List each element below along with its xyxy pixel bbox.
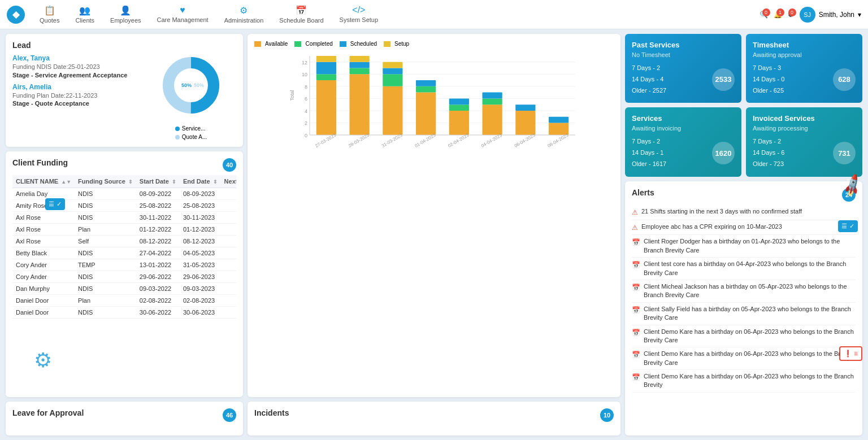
svc-row-3: Older - 1617 xyxy=(632,159,666,170)
table-row[interactable]: Betty Black NDIS 27-04-2022 04-05-2023 3… xyxy=(12,247,236,259)
leave-title: Leave for Approval xyxy=(12,408,84,417)
incidents-card: Incidents 10 xyxy=(248,402,620,435)
cell-source: Plan xyxy=(75,224,136,236)
exclamation-icon: ❗ xyxy=(844,350,852,358)
past-services-rows: 7 Days - 2 14 Days - 4 Older - 2527 xyxy=(632,63,666,96)
alert-icon: 📅 xyxy=(632,350,640,367)
nav-schedule-board[interactable]: 📅 Schedule Board xyxy=(274,3,329,26)
table-row[interactable]: Axl Rose Self 08-12-2022 08-12-2023 250 … xyxy=(12,236,236,247)
nav-clients[interactable]: 👥 Clients xyxy=(70,3,100,26)
ts-row-2: 14 Days - 0 xyxy=(753,74,784,85)
alerts-list: ⚠ 21 Shifts starting in the next 3 days … xyxy=(632,205,856,429)
table-row[interactable]: Dan Murphy NDIS 09-03-2022 09-03-2023 -2… xyxy=(12,283,236,295)
sort-icon-source: ⇕ xyxy=(128,179,133,185)
nav-system-setup[interactable]: </> System Setup xyxy=(334,3,384,26)
table-row[interactable]: Axl Rose Plan 01-12-2022 01-12-2023 243 … xyxy=(12,224,236,236)
sort-icon-name: ▲▼ xyxy=(61,179,71,185)
right-column: Past Services No Timesheet 7 Days - 2 14… xyxy=(625,34,862,435)
invoiced-count: 731 xyxy=(833,142,856,164)
past-services-count: 2533 xyxy=(712,68,735,91)
funding-title: Client Funding xyxy=(12,158,68,167)
user-name: Smith, John xyxy=(819,11,854,19)
svg-text:6: 6 xyxy=(305,96,307,102)
services-grid: Past Services No Timesheet 7 Days - 2 14… xyxy=(625,34,862,177)
svg-rect-47 xyxy=(515,111,535,135)
invoiced-services-card: Invoiced Services Awaiting processing 7 … xyxy=(746,107,862,176)
lead-name-1[interactable]: Alex, Tanya xyxy=(12,54,139,62)
notifications-button[interactable]: 🔔1 xyxy=(774,11,782,19)
cell-source: NDIS xyxy=(75,188,136,200)
admin-icon: ⚙ xyxy=(240,5,248,16)
alerts-title: Alerts xyxy=(632,188,654,197)
svg-rect-33 xyxy=(383,62,402,68)
alert-text: Client Roger Dodger has a birthday on 01… xyxy=(644,237,856,255)
cell-start: 09-03-2022 xyxy=(136,283,180,295)
services-card: Services Awaiting invoicing 7 Days - 2 1… xyxy=(625,107,741,176)
ps-row-3: Older - 2527 xyxy=(632,85,666,97)
alert-icon: ⚠ xyxy=(632,208,638,217)
bar-color-scheduled xyxy=(340,41,346,47)
nav-employees[interactable]: 👤 Employees xyxy=(105,3,146,26)
services-rows: 7 Days - 2 14 Days - 1 Older - 1617 xyxy=(632,136,666,169)
alert-widget[interactable]: ❗ ≡ xyxy=(839,346,862,361)
app-logo[interactable]: ◆ xyxy=(7,6,25,24)
bar-legend: Available Completed Scheduled Setup xyxy=(254,41,614,47)
cell-end: 08-12-2023 xyxy=(180,236,221,247)
table-row[interactable]: Axl Rose NDIS 30-11-2022 30-11-2023 242 … xyxy=(12,212,236,224)
checklist-widget-2[interactable]: ☰ ✓ xyxy=(838,220,858,232)
settings-button[interactable]: ⚙0 xyxy=(788,11,794,19)
services-count: 1620 xyxy=(712,142,735,164)
past-services-inner: 7 Days - 2 14 Days - 4 Older - 2527 2533 xyxy=(632,63,735,96)
cell-source: TEMP xyxy=(75,259,136,271)
cell-end: 04-05-2023 xyxy=(180,247,221,259)
alert-text: Client test core has a birthday on 04-Ap… xyxy=(644,260,856,277)
cell-start: 02-08-2022 xyxy=(136,295,180,307)
user-menu[interactable]: SJ Smith, John ▾ xyxy=(800,7,861,23)
svg-rect-48 xyxy=(515,104,535,111)
alert-icon: 📅 xyxy=(632,306,640,323)
table-row[interactable]: Cory Ander TEMP 13-01-2022 31-05-2023 59… xyxy=(12,259,236,271)
ts-row-3: Older - 625 xyxy=(753,85,784,97)
incidents-count-badge: 10 xyxy=(600,408,614,422)
cell-name: Cory Ander xyxy=(12,259,75,271)
cell-source: NDIS xyxy=(75,200,136,212)
bar-label-scheduled: Scheduled xyxy=(350,41,377,47)
cell-name: Amity Rose xyxy=(12,200,75,212)
col-next-review[interactable]: Next Review ⇕ xyxy=(221,175,236,188)
sort-icon-start: ⇕ xyxy=(172,179,176,185)
invoiced-subtitle: Awaiting processing xyxy=(753,125,856,132)
cell-review xyxy=(221,188,236,200)
gear-icon: ⚙ xyxy=(34,348,52,372)
bar-legend-scheduled: Scheduled xyxy=(340,41,377,47)
nav-administration[interactable]: ⚙ Administration xyxy=(219,3,270,26)
nav-employees-label: Employees xyxy=(110,17,141,24)
bar-chart-area: 024681012Total27-03-202328-03-202331-03-… xyxy=(254,50,614,163)
timesheet-rows: 7 Days - 3 14 Days - 0 Older - 625 xyxy=(753,63,784,96)
col-start-date[interactable]: Start Date ⇕ xyxy=(136,175,180,188)
nav-care-management[interactable]: ♥ Care Management xyxy=(151,3,214,26)
incidents-title: Incidents xyxy=(254,408,289,417)
table-row[interactable]: Daniel Door NDIS 30-06-2022 30-06-2023 8… xyxy=(12,307,236,319)
cell-name: Dan Murphy xyxy=(12,283,75,295)
alert-item: ⚠ Employee abc has a CPR expiring on 10-… xyxy=(632,220,856,236)
alert-text: Client Demo Kare has a birthday on 06-Ap… xyxy=(644,350,856,367)
nav-quotes[interactable]: 📋 Quotes xyxy=(34,3,65,26)
checklist-widget-1[interactable]: ☰ ✓ xyxy=(45,198,65,210)
cell-start: 13-01-2022 xyxy=(136,259,180,271)
quotes-icon: 📋 xyxy=(44,5,55,16)
table-row[interactable]: Cory Ander NDIS 29-06-2022 29-06-2023 88… xyxy=(12,271,236,283)
table-row[interactable]: Daniel Door Plan 02-08-2022 02-08-2023 1… xyxy=(12,295,236,307)
alert-item: 📅 Client Demo Kare has a birthday on 06-… xyxy=(632,347,856,370)
search-button[interactable]: 🔍0 xyxy=(760,11,768,19)
svg-rect-37 xyxy=(416,80,436,86)
schedule-icon: 📅 xyxy=(296,5,307,16)
cell-source: Plan xyxy=(75,295,136,307)
checkmark-icon-1: ✓ xyxy=(57,201,62,208)
col-funding-source[interactable]: Funding Source ⇕ xyxy=(75,175,136,188)
top-navigation: ◆ 📋 Quotes 👥 Clients 👤 Employees ♥ Care … xyxy=(0,0,868,29)
col-client-name[interactable]: CLIENT NAME ▲▼ xyxy=(12,175,75,188)
cell-source: NDIS xyxy=(75,212,136,224)
col-end-date[interactable]: End Date ⇕ xyxy=(180,175,221,188)
lead-entries: Alex, Tanya Funding NDIS Date:25-01-2023… xyxy=(12,54,139,140)
lead-name-2[interactable]: Airs, Amelia xyxy=(12,83,139,91)
